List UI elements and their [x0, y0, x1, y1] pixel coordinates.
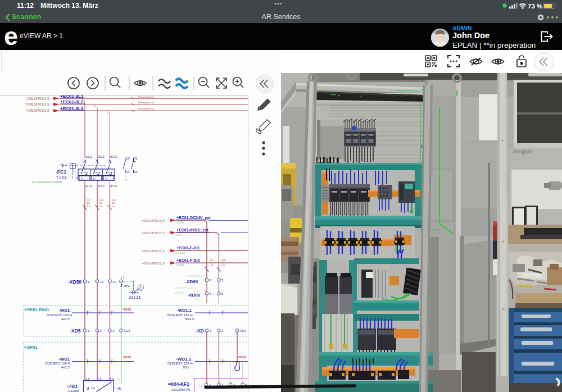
svg-text:+008.MT01/1.3: +008.MT01/1.3 [175, 286, 194, 290]
svg-text:1: 1 [210, 359, 212, 362]
svg-text:13: 13 [126, 157, 130, 160]
svg-text:1: 1 [88, 310, 90, 313]
svg-text:2: 2 [210, 279, 212, 282]
svg-text:1: 1 [88, 359, 90, 362]
svg-text:-XD60: -XD60 [185, 279, 198, 284]
svg-text:2PE: 2PE [124, 284, 130, 288]
svg-text:2: 2 [223, 310, 225, 313]
svg-text:GNYE: GNYE [123, 308, 132, 311]
svg-text:1: 1 [210, 310, 212, 313]
svg-text:L1: L1 [86, 377, 90, 381]
svg-text:/2.1: /2.1 [124, 176, 128, 181]
svg-text:1: 1 [210, 383, 211, 386]
svg-text:-XD60: -XD60 [188, 293, 201, 298]
svg-text:73 %: 73 % [528, 3, 542, 10]
svg-text:3: 3 [212, 279, 214, 282]
svg-text:1,5: 1,5 [112, 204, 115, 207]
svg-text:10: 10 [100, 280, 104, 284]
svg-text:22: 22 [134, 170, 138, 174]
svg-text:5G1,5: 5G1,5 [185, 317, 194, 321]
svg-text:Erdungsbrücke: Erdungsbrücke [138, 107, 155, 110]
svg-text:2: 2 [101, 359, 102, 362]
svg-text:=006.MT01/1.9: =006.MT01/1.9 [25, 97, 49, 101]
svg-text:5: 5 [221, 279, 224, 282]
svg-text:+EC01-DC24V_ext: +EC01-DC24V_ext [176, 216, 211, 220]
svg-text:ÖLFLEX® 120 H: ÖLFLEX® 120 H [167, 362, 193, 365]
svg-text:DC24V: DC24V [176, 264, 185, 267]
svg-text:-XD50: -XD50 [68, 279, 81, 285]
svg-text:+GP01: +GP01 [24, 345, 38, 350]
svg-text:F: F [62, 163, 65, 168]
svg-text:2: 2 [223, 359, 225, 362]
svg-text:0,75: 0,75 [209, 264, 214, 267]
svg-text:+EC01-F-DI2: +EC01-F-DI2 [176, 258, 200, 262]
svg-text:3: 3 [112, 329, 115, 332]
svg-text:1/L1: 1/L1 [85, 155, 92, 158]
svg-text:-WD1.1: -WD1.1 [176, 357, 192, 362]
svg-text:2/T1: 2/T1 [85, 184, 93, 188]
svg-text:-U01:25: -U01:25 [128, 295, 141, 299]
svg-text:G110M: G110M [68, 389, 79, 392]
svg-text:I>: I> [105, 177, 107, 180]
svg-text:-XD: -XD [196, 328, 204, 334]
svg-text:0VDC: 0VDC [176, 234, 184, 236]
svg-text:PE4: PE4 [240, 329, 247, 332]
svg-text:=006.MT01/1.9: =006.MT01/1.9 [25, 102, 49, 106]
svg-text:3G1: 3G1 [183, 366, 189, 369]
svg-text:2: 2 [221, 329, 224, 332]
svg-text:2: 2 [100, 329, 102, 332]
svg-text:L2: L2 [98, 377, 102, 381]
svg-text:ÖLFLEX® 120 H: ÖLFLEX® 120 H [45, 362, 70, 365]
svg-text:GNYE: GNYE [238, 355, 247, 359]
svg-text:CU240M PN: CU240M PN [171, 388, 191, 391]
svg-text:1,5: 1,5 [87, 204, 90, 207]
svg-text:L3: L3 [110, 377, 114, 381]
svg-text:X01: X01 [198, 384, 205, 388]
svg-text:/1.3: /1.3 [194, 298, 199, 301]
svg-text:2: 2 [101, 310, 102, 313]
svg-text:3: 3 [87, 386, 89, 391]
svg-text:PE: PE [116, 387, 121, 390]
svg-text:3/L2: 3/L2 [98, 155, 105, 158]
svg-text:=004-KF1: =004-KF1 [168, 381, 189, 387]
svg-text:4/T2: 4/T2 [98, 184, 105, 188]
svg-text:1: 1 [210, 329, 212, 332]
svg-text:3: 3 [112, 359, 114, 362]
svg-text:+EC01-F-DI1: +EC01-F-DI1 [176, 246, 200, 250]
svg-text:-WD1.1: -WD1.1 [176, 308, 192, 313]
svg-text:I>: I> [93, 177, 96, 180]
svg-text:0,75: 0,75 [221, 264, 226, 267]
svg-text:=006.MT01/1.5: =006.MT01/1.5 [142, 231, 165, 235]
svg-text:Erdungsbrücke: Erdungsbrücke [138, 95, 155, 98]
svg-text:1,5: 1,5 [99, 204, 103, 207]
svg-text:2: 2 [210, 292, 212, 295]
svg-text:I>: I> [81, 177, 83, 180]
svg-text:4: 4 [245, 383, 247, 386]
svg-text:ÖLFLEX® 120 H: ÖLFLEX® 120 H [47, 313, 72, 317]
svg-text:=006.MT01/1.9: =006.MT01/1.9 [142, 262, 165, 265]
svg-text:3: 3 [212, 292, 214, 295]
svg-text:+EC01-0VDC_ext: +EC01-0VDC_ext [176, 228, 209, 232]
svg-text:1: 1 [123, 276, 125, 279]
svg-text:3: 3 [112, 310, 114, 313]
svg-text:2: 2 [221, 383, 223, 386]
svg-text:4x1,5: 4x1,5 [61, 366, 70, 369]
svg-text:=006.MT01/1.9: =006.MT01/1.9 [142, 219, 165, 222]
svg-text:=006.MT01/1.9: =006.MT01/1.9 [25, 108, 49, 112]
svg-text:21: 21 [134, 157, 138, 160]
svg-text:1+ 3RV2011-13A15: 1+ 3RV2011-13A15 [31, 180, 62, 184]
svg-text:9: 9 [88, 280, 90, 284]
svg-text:11: 11 [112, 280, 116, 284]
svg-text:1: 1 [88, 329, 90, 332]
svg-text:DC24V: DC24V [176, 221, 185, 224]
svg-text:+GP01.EK01: +GP01.EK01 [24, 307, 49, 312]
svg-text:-FC1: -FC1 [56, 169, 66, 175]
svg-text:7-10A: 7-10A [56, 176, 67, 180]
svg-text:PE4: PE4 [124, 329, 130, 332]
svg-text:4x1,5: 4x1,5 [61, 317, 70, 321]
svg-text:=006.MT01/1.9: =006.MT01/1.9 [142, 249, 165, 253]
svg-text:3: 3 [233, 383, 235, 386]
svg-text:6/T3: 6/T3 [110, 184, 117, 188]
svg-text:DC24V: DC24V [176, 252, 185, 254]
svg-text:-WD1: -WD1 [58, 357, 70, 362]
